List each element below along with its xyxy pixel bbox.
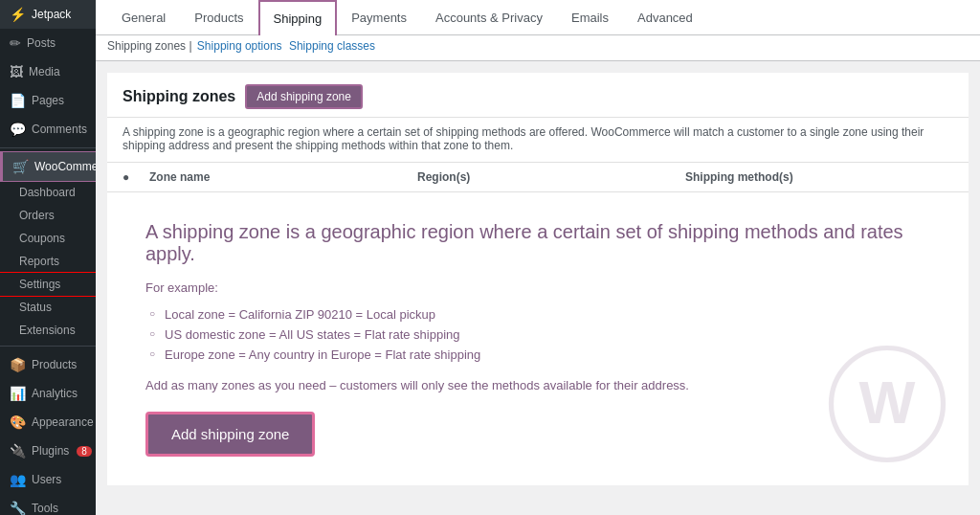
sidebar-item-appearance[interactable]: 🎨 Appearance [0,408,96,437]
svg-text:W: W [859,369,916,436]
sidebar-item-tools[interactable]: 🔧 Tools [0,494,96,515]
col-icon: ● [122,170,149,184]
empty-state-title: A shipping zone is a geographic region w… [145,221,930,265]
sub-navigation: Shipping zones | Shipping options Shippi… [96,35,980,61]
section-title: Shipping zones [122,88,235,105]
sidebar-item-dashboard[interactable]: Dashboard [0,181,96,204]
empty-state: A shipping zone is a geographic region w… [107,192,969,485]
sidebar-item-status[interactable]: Status [0,296,96,319]
col-shipping-methods: Shipping method(s) [685,170,953,184]
pages-icon: 📄 [10,93,26,108]
sidebar-item-pages[interactable]: 📄 Pages [0,86,96,115]
sidebar-item-woocommerce[interactable]: 🛒 WooCommerce [0,152,96,181]
sub-nav-prefix: Shipping zones [107,39,186,53]
media-icon: 🖼 [10,64,23,79]
add-message: Add as many zones as you need – customer… [145,378,930,392]
tabs-bar: General Products Shipping Payments Accou… [96,0,980,35]
tab-products[interactable]: Products [180,0,257,35]
users-icon: 👥 [10,472,26,487]
comments-icon: 💬 [10,122,26,137]
col-zone-name: Zone name [149,170,417,184]
sidebar-item-orders[interactable]: Orders [0,204,96,227]
woocommerce-icon: 🛒 [12,159,29,174]
add-shipping-zone-button-main[interactable]: Add shipping zone [145,412,315,457]
sidebar-item-products[interactable]: 📦 Products [0,350,96,379]
add-shipping-zone-button-top[interactable]: Add shipping zone [245,84,363,109]
sidebar-item-label: Analytics [32,387,78,400]
sidebar-item-label: Posts [27,36,56,50]
example-item-1: Local zone = California ZIP 90210 = Loca… [145,304,930,325]
plugins-icon: 🔌 [10,443,26,459]
tab-general[interactable]: General [107,0,180,35]
table-header: ● Zone name Region(s) Shipping method(s) [107,163,969,192]
analytics-icon: 📊 [10,386,26,401]
sub-nav-shipping-options[interactable]: Shipping options [197,39,282,53]
jetpack-icon: ⚡ [10,7,26,22]
sidebar-item-jetpack[interactable]: ⚡ Jetpack [0,0,96,29]
sidebar-item-users[interactable]: 👥 Users [0,465,96,494]
info-message: A shipping zone is a geographic region w… [107,118,969,163]
tab-payments[interactable]: Payments [337,0,421,35]
sidebar-item-label: Users [32,473,61,486]
example-item-3: Europe zone = Any country in Europe = Fl… [145,345,930,365]
sidebar-item-comments[interactable]: 💬 Comments [0,115,96,144]
sidebar-item-label: Plugins [32,444,69,458]
sidebar-item-settings[interactable]: Settings [0,273,96,296]
tab-shipping[interactable]: Shipping [258,0,338,35]
tools-icon: 🔧 [10,501,26,515]
sidebar-item-plugins[interactable]: 🔌 Plugins 8 [0,437,96,465]
sidebar-item-media[interactable]: 🖼 Media [0,57,96,86]
sidebar-item-label: WooCommerce [34,160,96,173]
sidebar-item-label: Media [29,65,60,78]
for-example-label: For example: [145,280,930,295]
appearance-icon: 🎨 [10,414,26,430]
tab-emails[interactable]: Emails [557,0,623,35]
section-header: Shipping zones Add shipping zone [107,73,969,118]
sidebar-item-label: Products [32,358,77,371]
sub-nav-shipping-classes[interactable]: Shipping classes [289,39,375,53]
plugins-badge: 8 [77,446,92,457]
posts-icon: ✏ [10,35,21,51]
sidebar-item-label: Jetpack [32,8,71,21]
sidebar-item-posts[interactable]: ✏ Posts [0,29,96,57]
tab-advanced[interactable]: Advanced [623,0,707,35]
examples-list: Local zone = California ZIP 90210 = Loca… [145,304,930,365]
woocommerce-watermark: W [825,342,949,466]
sidebar-item-label: Appearance [32,415,94,429]
sidebar-item-label: Tools [32,502,58,515]
col-regions: Region(s) [417,170,685,184]
sidebar-item-reports[interactable]: Reports [0,250,96,273]
sidebar-item-coupons[interactable]: Coupons [0,227,96,250]
example-item-2: US domestic zone = All US states = Flat … [145,325,930,345]
sidebar-item-label: Comments [32,123,87,136]
products-icon: 📦 [10,357,26,372]
tab-accounts-privacy[interactable]: Accounts & Privacy [421,0,557,35]
sidebar-item-extensions[interactable]: Extensions [0,319,96,342]
sidebar-item-analytics[interactable]: 📊 Analytics [0,379,96,408]
sidebar-item-label: Pages [32,94,64,107]
